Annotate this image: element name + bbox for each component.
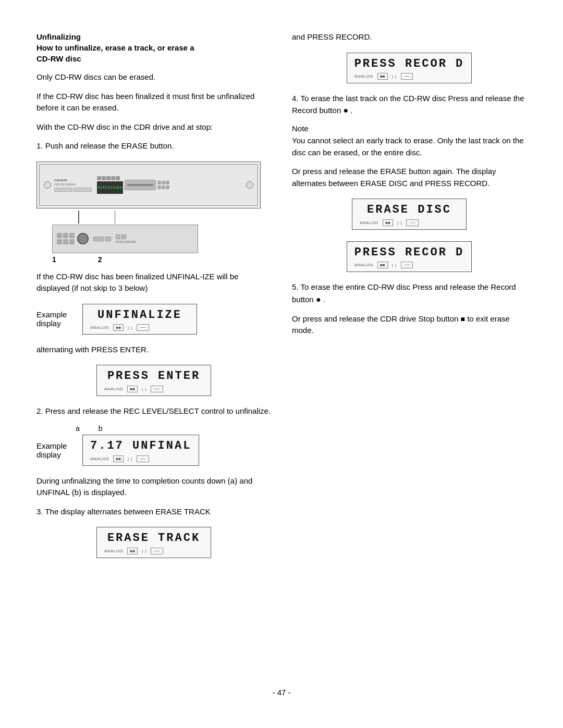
page: Unfinalizing How to unfinalize, erase a … (0, 0, 563, 728)
step5-bullet: ● (316, 295, 321, 304)
analog-label-1: ANALOG (90, 325, 109, 330)
or-stop-text: Or press and release the CDR drive Stop … (292, 314, 458, 323)
page-number-area: - 47 - (36, 688, 527, 697)
lcd-unfinalize: UNFINALIZE ANALOG ■■ | | ── (82, 304, 197, 335)
step4-text: 4. To erase the last track on the CD-RW … (292, 94, 524, 115)
analog-label-4: ANALOG (104, 549, 123, 553)
device-label-2: 2 (98, 255, 102, 264)
erase-disc-display: ERASE DISC ANALOG ■■ | | ── (292, 199, 527, 229)
para3: With the CD-RW disc in the CDR drive and… (36, 121, 271, 133)
title-line3: CD-RW disc (36, 53, 271, 64)
lcd-dash-1: ── (137, 324, 149, 331)
and-press-record: and PRESS RECORD. (292, 31, 527, 43)
lcd-erase-track-text: ERASE TRACK (107, 532, 200, 545)
step3: 3. The display alternates between ERASE … (36, 506, 271, 518)
step4: 4. To erase the last track on the CD-RW … (292, 93, 527, 117)
step1: 1. Push and release the ERASE button. (36, 140, 271, 152)
analog-label-3: ANALOG (90, 456, 109, 461)
step4-bullet: ● (343, 106, 348, 115)
lcd-indicator-box-3: ■■ (113, 455, 124, 462)
lcd-indicators-7: ANALOG ■■ | | ── (354, 262, 464, 268)
title-line2: How to unfinalize, erase a track, or era… (36, 42, 271, 53)
analog-label-7: ANALOG (354, 263, 373, 267)
example-label-1: Example display (36, 310, 73, 328)
lcd-indicator-box-4: ■■ (127, 548, 138, 554)
left-column: Unfinalizing How to unfinalize, erase a … (36, 31, 271, 677)
step5: 5. To erase the entire CD-RW disc Press … (292, 281, 527, 306)
lcd-dash-3: ── (137, 455, 149, 462)
lcd-dots-2: | | (142, 387, 146, 391)
device-inner-top: marantz CDR RECORDER (39, 164, 258, 206)
lcd-erase-track: ERASE TRACK ANALOG ■■ | | ── (96, 527, 211, 558)
unfinal-label-b: b (99, 424, 103, 433)
step5-text: 5. To erase the entire CD-RW disc Press … (292, 282, 516, 304)
lcd-unfinal: 7.17 UNFINAL ANALOG ■■ | | ── (82, 435, 199, 465)
unfinal-display-row: Example display 7.17 UNFINAL ANALOG ■■ |… (36, 435, 271, 465)
lcd-press-record-1-text: PRESS RECOR D (354, 57, 464, 71)
lcd-dots-7: | | (392, 263, 397, 267)
stop-symbol: ■ (461, 315, 465, 323)
para2: If the CD-RW disc has been finalized it … (36, 91, 271, 114)
right-column: and PRESS RECORD. PRESS RECOR D ANALOG ■… (292, 31, 527, 677)
lcd-indicator-box-6: ■■ (383, 219, 393, 226)
lcd-dash-2: ── (151, 386, 163, 392)
device-logo: marantz (54, 178, 92, 182)
para-during: During unfinalizing the time to completi… (36, 475, 271, 499)
lcd-indicator-box-2: ■■ (127, 386, 138, 392)
lcd-indicator-box-5: ■■ (377, 73, 388, 80)
step2: 2. Press and release the REC LEVEL/SELEC… (36, 405, 271, 417)
step5-period: . (323, 295, 325, 304)
press-record-display-2: PRESS RECOR D ANALOG ■■ | | ── (292, 241, 527, 272)
lcd-dots-4: | | (142, 549, 146, 553)
unfinalize-display-row: Example display UNFINALIZE ANALOG ■■ | |… (36, 304, 271, 335)
lcd-unfinalize-text: UNFINALIZE (97, 309, 182, 322)
page-number: - 47 - (272, 688, 290, 697)
unfinal-section: a b Example display 7.17 UNFINAL ANALOG … (36, 424, 271, 467)
note-text: You cannot select an early track to eras… (292, 135, 527, 158)
note-section: Note You cannot select an early track to… (292, 124, 527, 158)
lcd-indicators-4: ANALOG ■■ | | ── (104, 548, 203, 554)
lcd-dash-4: ── (151, 548, 163, 554)
lcd-indicators-6: ANALOG ■■ | | ── (360, 219, 459, 226)
lcd-dots-3: | | (128, 456, 132, 461)
lcd-dash-7: ── (401, 262, 413, 268)
note-label: Note (292, 124, 527, 133)
lcd-indicator-box-7: ■■ (377, 262, 388, 268)
unfinal-ab-labels: a b (36, 424, 271, 433)
press-enter-display: PRESS ENTER ANALOG ■■ | | ── (36, 365, 271, 396)
lcd-indicators-1: ANALOG ■■ | | ── (90, 324, 189, 331)
device-image-top: marantz CDR RECORDER (36, 159, 271, 264)
device-label-1: 1 (52, 255, 56, 264)
analog-label-2: ANALOG (104, 387, 123, 391)
section-title: Unfinalizing How to unfinalize, erase a … (36, 31, 271, 64)
lcd-indicators-5: ANALOG ■■ | | ── (354, 73, 464, 80)
device-model: CDR RECORDER (54, 183, 92, 186)
alternating-text: alternating with PRESS ENTER. (36, 344, 271, 356)
unfinal-label-a: a (76, 424, 80, 433)
erase-track-display: ERASE TRACK ANALOG ■■ | | ── (36, 527, 271, 558)
analog-label-5: ANALOG (354, 74, 373, 79)
para1: Only CD-RW discs can be erased. (36, 71, 271, 83)
push-erase-label: PUSH ERASE (116, 240, 136, 243)
step1b: If the CD-RW disc has been finalized UNF… (36, 271, 271, 294)
lcd-dash-5: ── (401, 73, 413, 80)
lcd-press-record-1: PRESS RECOR D ANALOG ■■ | | ── (347, 53, 472, 83)
press-record-display-1: PRESS RECOR D ANALOG ■■ | | ── (292, 53, 527, 83)
lcd-unfinal-text: 7.17 UNFINAL (90, 439, 191, 453)
lcd-press-record-2-text: PRESS RECOR D (354, 246, 464, 260)
lcd-dash-6: ── (406, 219, 418, 226)
lcd-indicators-2: ANALOG ■■ | | ── (104, 386, 203, 392)
lcd-erase-disc-text: ERASE DISC (367, 203, 451, 217)
lcd-press-enter: PRESS ENTER ANALOG ■■ | | ── (96, 365, 211, 396)
or-press-erase: Or press and release the ERASE button ag… (292, 166, 527, 189)
or-stop: Or press and release the CDR drive Stop … (292, 313, 527, 337)
lcd-indicators-3: ANALOG ■■ | | ── (90, 455, 191, 462)
lcd-dots-1: | | (128, 325, 132, 330)
lcd-press-record-2: PRESS RECOR D ANALOG ■■ | | ── (347, 241, 472, 272)
lcd-press-enter-text: PRESS ENTER (107, 369, 200, 383)
device-top: marantz CDR RECORDER (36, 162, 261, 208)
analog-label-6: ANALOG (360, 220, 378, 225)
example-label-2: Example display (36, 441, 73, 459)
lcd-dots-6: | | (397, 220, 402, 225)
title-line1: Unfinalizing (36, 31, 271, 42)
